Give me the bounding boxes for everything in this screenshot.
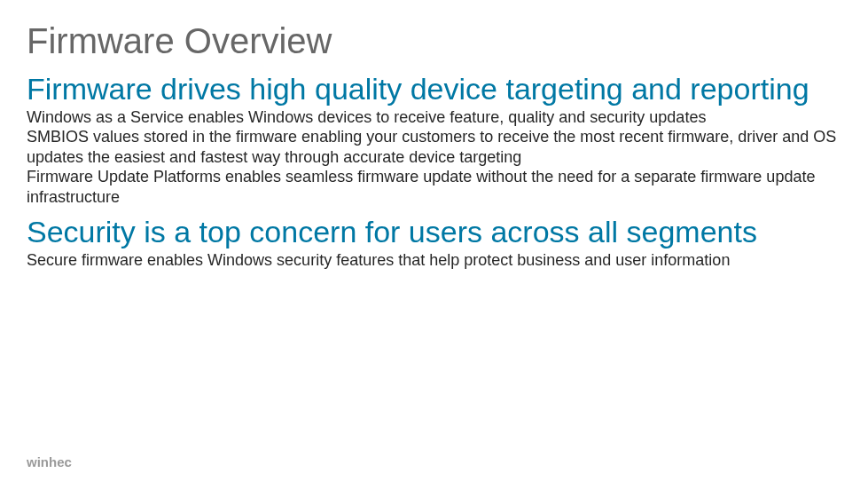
section-2-heading: Security is a top concern for users acro… [27, 216, 841, 248]
section-2-line-1: Secure firmware enables Windows security… [27, 250, 841, 271]
section-1: Firmware drives high quality device targ… [27, 73, 841, 207]
section-2: Security is a top concern for users acro… [27, 216, 841, 270]
slide: Firmware Overview Firmware drives high q… [0, 0, 868, 489]
section-1-line-2: SMBIOS values stored in the firmware ena… [27, 127, 841, 167]
footer-logo: winhec [27, 454, 72, 469]
section-1-body: Windows as a Service enables Windows dev… [27, 107, 841, 208]
section-1-line-1: Windows as a Service enables Windows dev… [27, 107, 841, 128]
section-1-heading: Firmware drives high quality device targ… [27, 73, 841, 106]
slide-title: Firmware Overview [27, 21, 841, 60]
section-1-line-3: Firmware Update Platforms enables seamle… [27, 167, 841, 207]
section-2-body: Secure firmware enables Windows security… [27, 250, 841, 271]
